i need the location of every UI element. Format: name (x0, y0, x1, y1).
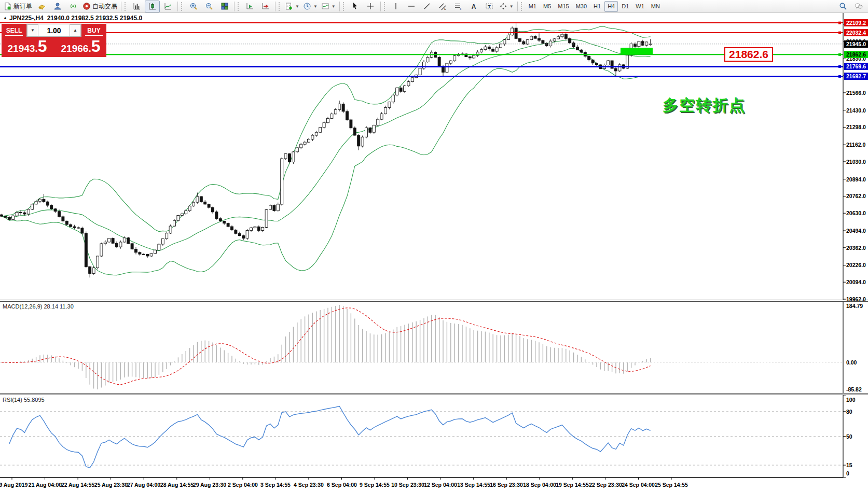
sell-price[interactable]: 21943.5 (2, 37, 53, 57)
auto-trading-button[interactable]: 自动交易 (81, 1, 119, 12)
sell-price-pip: 5 (38, 38, 47, 54)
time-axis-label: 4 Sep 23:30 (294, 482, 324, 488)
time-axis-label: 29 Aug 23:30 (193, 482, 226, 488)
toolbar-separator (517, 2, 518, 11)
rsi-axis-label: 0 (846, 470, 849, 476)
macd-pane-splitter[interactable] (0, 300, 868, 302)
time-axis-label: 16 Sep 23:30 (490, 482, 523, 488)
timeframe-button-h1[interactable]: H1 (590, 1, 604, 12)
zoom-in-icon (189, 2, 198, 10)
economic-news-icon (38, 2, 46, 10)
new-order-button[interactable]: 新订单 (2, 1, 34, 12)
timeframe-button-mn[interactable]: MN (648, 1, 663, 12)
sell-price-main: 21943 (8, 43, 35, 54)
economic-news-button[interactable] (34, 1, 49, 12)
horizontal-line-button[interactable] (404, 1, 419, 12)
arrows-button[interactable]: ▼ (498, 1, 515, 12)
templates-button[interactable]: ▼ (320, 1, 337, 12)
periods-button[interactable]: ▼ (301, 1, 319, 12)
bar-chart-button[interactable] (129, 1, 144, 12)
tile-windows-button[interactable] (217, 1, 232, 12)
timeframe-button-m30[interactable]: M30 (573, 1, 590, 12)
macd-axis-label: -85.82 (846, 386, 862, 392)
price-tick-label: 21030.0 (846, 159, 866, 165)
toolbar-separator (234, 2, 235, 11)
text-label-icon: T (485, 2, 493, 10)
volume-input[interactable]: 1.00 (38, 24, 70, 36)
auto-trading-label: 自动交易 (92, 2, 117, 11)
vertical-line-icon (392, 2, 400, 10)
toolbar-grip (384, 2, 387, 11)
collapse-triangle-icon[interactable]: ▲ (3, 16, 7, 20)
zoom-out-button[interactable] (201, 1, 216, 12)
indicators-button[interactable]: ▼ (283, 1, 301, 12)
signal-button[interactable] (65, 1, 80, 12)
toolbar-grip (279, 2, 282, 11)
rsi-pane-splitter[interactable] (0, 393, 868, 395)
price-tick-label: 20762.0 (846, 193, 866, 199)
price-line-badge: 21862.6 (844, 51, 868, 58)
chart-ohlc-values: 21940.0 21982.5 21932.5 21945.0 (47, 15, 143, 22)
search-button[interactable] (835, 1, 850, 12)
toolbar-grip (238, 2, 241, 11)
buy-button[interactable]: BUY (81, 24, 106, 37)
price-tick-label: 20630.0 (846, 210, 866, 216)
price-tick-label: 19962.0 (846, 296, 866, 302)
price-line-badge: 22032.4 (844, 29, 868, 36)
price-line-badge: 21945.0 (844, 40, 868, 48)
chart-canvas (0, 13, 868, 491)
new-order-icon (4, 2, 12, 10)
volume-stepper: ▼ 1.00 ▲ (26, 24, 81, 37)
macd-label: MACD(12,26,9) 28.14 11.30 (3, 303, 74, 310)
chart-area[interactable]: ▲JPN225-,H4 21940.0 21982.5 21932.5 2194… (0, 13, 868, 491)
volume-decrease-button[interactable]: ▼ (27, 24, 38, 36)
text-icon: A (470, 2, 478, 10)
candle-chart-button[interactable] (145, 1, 160, 12)
chevron-down-icon: ▼ (509, 4, 514, 9)
fibonacci-button[interactable]: F (451, 1, 466, 12)
line-chart-button[interactable] (160, 1, 175, 12)
equidistant-channel-button[interactable]: E (435, 1, 450, 12)
cursor-button[interactable] (348, 1, 363, 12)
profile-button[interactable] (50, 1, 65, 12)
time-axis-label: 28 Aug 14:55 (160, 482, 194, 488)
toolbar-grip (181, 2, 184, 11)
time-axis-label: 13 Sep 14:55 (457, 482, 490, 488)
chat-button[interactable] (851, 1, 866, 12)
timeframe-button-m15[interactable]: M15 (555, 1, 572, 12)
time-axis-label: 22 Sep 23:30 (589, 482, 622, 488)
crosshair-button[interactable] (363, 1, 378, 12)
price-tick-label: 20894.0 (846, 176, 866, 183)
trend-line-icon (423, 2, 431, 10)
time-axis-label: 18 Sep 04:00 (523, 482, 556, 488)
svg-text:E: E (444, 7, 446, 10)
cursor-icon (351, 2, 359, 10)
timeframe-button-d1[interactable]: D1 (618, 1, 632, 12)
time-axis-label: 6 Sep 04:00 (327, 482, 357, 488)
auto-scroll-icon (246, 2, 254, 10)
timeframe-button-h4[interactable]: H4 (604, 1, 618, 12)
rsi-axis-label: 100 (846, 397, 856, 403)
rsi-label: RSI(14) 55.8095 (3, 397, 45, 403)
time-axis-label: 25 Aug 23:30 (94, 482, 128, 488)
text-label-button[interactable]: T (482, 1, 497, 12)
timeframe-button-m1[interactable]: M1 (526, 1, 540, 12)
buy-price[interactable]: 21966.5 (55, 37, 106, 57)
arrows-icon (499, 2, 507, 10)
trend-line-button[interactable] (420, 1, 435, 12)
signal-icon (69, 2, 77, 10)
chevron-down-icon: ▼ (295, 4, 299, 9)
timeframe-button-m5[interactable]: M5 (540, 1, 554, 12)
zoom-in-button[interactable] (186, 1, 201, 12)
chevron-down-icon: ▼ (332, 4, 336, 9)
volume-increase-button[interactable]: ▲ (70, 24, 81, 36)
timeframe-button-w1[interactable]: W1 (632, 1, 647, 12)
vertical-line-button[interactable] (389, 1, 404, 12)
mt4-window: 新订单自动交易▼▼▼EFAT▼M1M5M15M30H1H4D1W1MN ▲JPN… (0, 0, 868, 491)
toolbar-separator (275, 2, 275, 11)
auto-scroll-button[interactable] (242, 1, 257, 12)
chart-shift-button[interactable] (258, 1, 273, 12)
macd-axis-label: 184.79 (846, 303, 863, 309)
sell-button[interactable]: SELL (2, 24, 26, 37)
text-button[interactable]: A (466, 1, 481, 12)
